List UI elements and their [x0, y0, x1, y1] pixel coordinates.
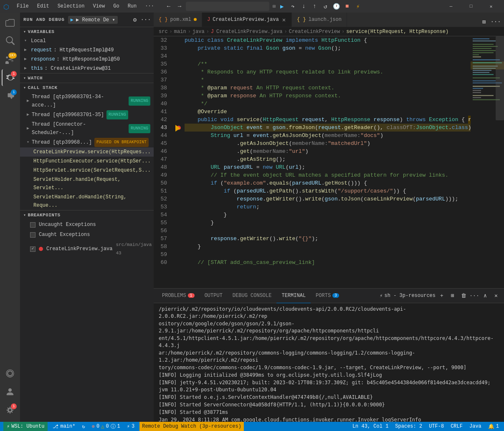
status-position[interactable]: Ln 43, Col 1: [351, 422, 390, 431]
bc-java[interactable]: java: [192, 29, 205, 35]
minimap[interactable]: [471, 36, 504, 288]
debug-history-button[interactable]: 🕐: [332, 2, 341, 11]
stackframe-4[interactable]: ServletHolder.handle(Request, Servlet...: [20, 175, 154, 193]
panel-tab-debug-console[interactable]: DEBUG CONSOLE: [228, 289, 277, 303]
thread-2[interactable]: ▶ Thread [qtp399683701-35] RUNNING: [20, 110, 154, 120]
activity-account[interactable]: [2, 383, 18, 400]
debug-restart-button[interactable]: ↺: [321, 2, 330, 11]
bp-caught-checkbox[interactable]: [30, 232, 35, 238]
debug-session-selector[interactable]: ▶ ▶ Remote De ▾: [68, 16, 118, 24]
stackframe-1[interactable]: CreateLinkPreview.service(HttpReques...: [20, 147, 154, 157]
search-bar[interactable]: [186, 2, 269, 11]
panel-tab-terminal[interactable]: TERMINAL: [276, 289, 311, 303]
terminal-content[interactable]: /pierrick/.m2/repository/io/cloudevents/…: [154, 303, 504, 422]
new-terminal-button[interactable]: +: [437, 291, 446, 300]
var-this[interactable]: ▶ this : CreateLinkPreview@31: [20, 64, 154, 73]
status-eol[interactable]: CRLF: [449, 422, 464, 431]
debug-back-button[interactable]: ←: [164, 2, 173, 11]
menu-view[interactable]: View: [89, 3, 108, 10]
watch-header[interactable]: ▾ WATCH: [20, 74, 154, 83]
status-notifications[interactable]: 🔔 1: [486, 422, 501, 431]
watch-title: WATCH: [28, 76, 43, 81]
activity-explorer[interactable]: [2, 14, 18, 31]
status-language[interactable]: Java: [468, 422, 483, 431]
panel-tab-ports[interactable]: PORTS 3: [311, 289, 344, 303]
debug-step-into-button[interactable]: ↓: [299, 2, 308, 11]
status-branch[interactable]: ⎇ main*: [51, 422, 77, 431]
close-button[interactable]: ✕: [481, 0, 501, 13]
activity-source-control[interactable]: 1K+: [2, 51, 18, 68]
tab-CreateLinkPreview[interactable]: J CreateLinkPreview.java ✕: [202, 13, 292, 27]
menu-edit[interactable]: Edit: [34, 3, 53, 10]
debug-forward-button[interactable]: →: [175, 2, 184, 11]
activity-settings[interactable]: 1: [2, 402, 18, 418]
callstack-header[interactable]: ▾ CALL STACK: [20, 83, 154, 92]
activity-remote[interactable]: [2, 365, 18, 382]
stackframe-2[interactable]: HttpFunctionExecutor.service(HttpSer...: [20, 157, 154, 166]
breakpoints-arrow: ▾: [23, 213, 26, 218]
status-warnings[interactable]: ⚡ 3: [125, 422, 136, 431]
panel-maximize-button[interactable]: ∧: [481, 291, 490, 300]
debug-gear-btn[interactable]: ⚙: [130, 15, 139, 24]
stackframe-5[interactable]: ServletHandler.doHandle(String, Reque...: [20, 193, 154, 210]
menu-file[interactable]: File: [13, 3, 32, 10]
debug-step-out-button[interactable]: ↑: [310, 2, 319, 11]
activity-search[interactable]: [2, 33, 18, 49]
code-line-56: [185, 227, 471, 235]
breakpoints-header[interactable]: ▾ BREAKPOINTS: [20, 210, 154, 220]
bc-file[interactable]: CreateLinkPreview.java: [216, 29, 282, 35]
debug-lightning-button[interactable]: ⚡: [353, 2, 362, 11]
menu-go[interactable]: Go: [110, 3, 122, 10]
panel-close-button[interactable]: ✕: [491, 291, 501, 300]
debug-stop-button[interactable]: ■: [342, 2, 352, 11]
bc-main[interactable]: main: [174, 29, 186, 35]
panel-tab-problems[interactable]: PROBLEMS 1: [157, 289, 200, 303]
more-actions-button[interactable]: ···: [491, 17, 501, 27]
bp-file: CreateLinkPreview.java src/main/java 43: [20, 240, 154, 258]
maximize-button[interactable]: □: [461, 0, 481, 13]
bp-uncaught-checkbox[interactable]: [30, 222, 35, 228]
status-remote[interactable]: ⚡ WSL: Ubuntu: [3, 422, 48, 431]
split-editor-button[interactable]: ⊞: [479, 17, 489, 27]
info-icon: ⓘ: [111, 423, 116, 430]
debug-continue-button[interactable]: ▶: [277, 2, 286, 11]
code-content[interactable]: public class CreateLinkPreview implement…: [183, 36, 471, 288]
ports-badge: 3: [332, 293, 339, 298]
var-request[interactable]: ▶ request : HttpRequestImpl@49: [20, 46, 154, 55]
code-line-52: response.getWriter().write(gson.toJson(c…: [185, 195, 471, 203]
thread-3[interactable]: ▶ Thread [Connector-Scheduler-...] RUNNI…: [20, 120, 154, 137]
status-encoding[interactable]: UTF-8: [427, 422, 446, 431]
menu-run[interactable]: Run: [124, 3, 140, 10]
status-spaces[interactable]: Spaces: 2: [393, 422, 424, 431]
bc-src[interactable]: src: [159, 29, 168, 35]
ln-50: 50: [154, 179, 170, 187]
activity-debug[interactable]: 1: [2, 69, 18, 86]
var-response[interactable]: ▶ response : HttpResponseImpl@50: [20, 55, 154, 64]
menu-selection[interactable]: Selection: [54, 3, 88, 10]
frame-5-name: ServletHandler.doHandle(String, Reque...: [33, 194, 127, 208]
minimize-button[interactable]: —: [441, 0, 461, 13]
bc-class[interactable]: CreateLinkPreview: [289, 29, 340, 35]
debug-step-over-button[interactable]: ↷: [288, 2, 297, 11]
status-sync[interactable]: ↻: [80, 422, 86, 431]
remote-icon: ⚡: [7, 423, 10, 430]
status-debug-session[interactable]: Remote Debug Watch (3p-resources): [139, 422, 244, 431]
bp-file-checkbox[interactable]: [30, 246, 35, 252]
debug-more-btn[interactable]: ···: [141, 15, 150, 24]
activity-extensions[interactable]: 1: [2, 88, 18, 104]
panel-tab-output[interactable]: OUTPUT: [200, 289, 228, 303]
status-errors[interactable]: ⊗ 0 △ 0 ⓘ 1: [90, 422, 122, 431]
tab-pom-xml[interactable]: { } pom.xml: [154, 13, 202, 27]
stackframe-3[interactable]: HttpServlet.service(ServletRequest,S...: [20, 166, 154, 175]
debug-console-label: DEBUG CONSOLE: [233, 293, 272, 299]
menu-more[interactable]: ···: [142, 3, 157, 10]
thread-4[interactable]: ▾ Thread [qtp39968...] PAUSED ON BREAKPO…: [20, 137, 154, 147]
thread-1[interactable]: ▶ Thread [qtp399683701-34-acce...] RUNNI…: [20, 92, 154, 110]
bc-method[interactable]: service(HttpRequest, HttpResponse): [346, 29, 448, 35]
terminal-more-button[interactable]: ···: [470, 291, 479, 300]
tab-CreateLinkPreview-close[interactable]: ✕: [281, 16, 286, 23]
kill-terminal-button[interactable]: 🗑: [459, 291, 468, 300]
split-terminal-button[interactable]: ⊞: [448, 291, 457, 300]
variables-header[interactable]: ▾ VARIABLES: [20, 27, 154, 36]
tab-launch-json[interactable]: { } launch.json: [292, 13, 347, 27]
